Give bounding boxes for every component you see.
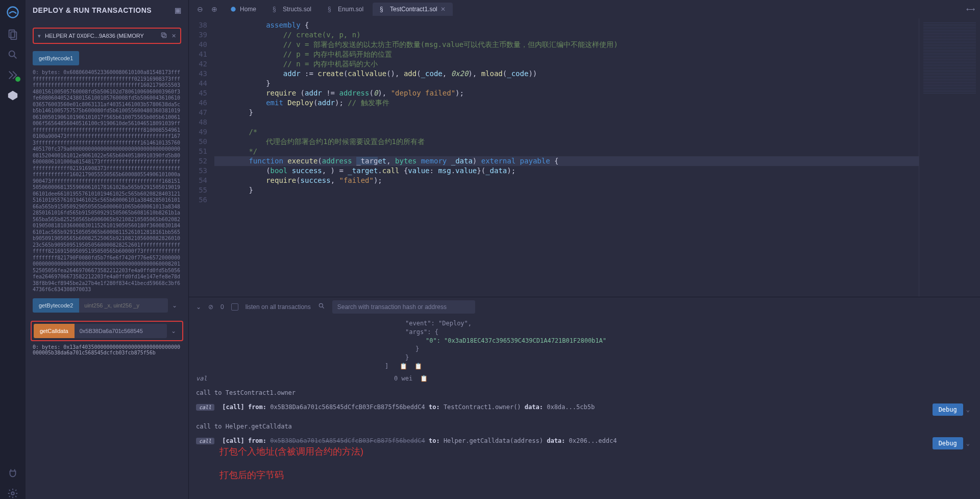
search-icon[interactable] <box>318 302 325 311</box>
terminal-search-input[interactable]: Search with transaction hash or address <box>332 300 475 314</box>
chevron-down-icon[interactable]: ⌄ <box>168 302 181 309</box>
clear-icon[interactable]: ⊘ <box>208 303 213 311</box>
svg-rect-2 <box>11 32 16 39</box>
deploy-panel: DEPLOY & RUN TRANSACTIONS ▣ ▾ HELPER AT … <box>26 0 189 499</box>
file-explorer-icon[interactable] <box>7 29 18 40</box>
expand-icon[interactable]: ⟷ <box>966 6 975 13</box>
line-gutter: 38394041424344454647484950515253545556 <box>189 18 214 297</box>
terminal-output[interactable]: "event": "Deploy", "args": { "0": "0x3aD… <box>189 316 980 499</box>
solidity-icon: § <box>273 6 280 13</box>
chevron-down-icon[interactable]: ▾ <box>38 33 41 39</box>
tab-bar: ⊖ ⊕ Home §Structs.sol §Enum.sol §TestCon… <box>189 0 980 18</box>
panel-title: DEPLOY & RUN TRANSACTIONS ▣ <box>26 0 188 20</box>
main-area: ⊖ ⊕ Home §Structs.sol §Enum.sol §TestCon… <box>189 0 980 499</box>
getcalldata-output: 0: bytes: 0x13af403500000000000000000000… <box>33 344 181 355</box>
deploy-icon[interactable] <box>7 90 18 101</box>
getbytecode1-output: 0: bytes: 0x608060405233600080610100a815… <box>33 69 181 293</box>
getcalldata-row: getCalldata ⌄ <box>34 324 180 338</box>
settings-icon[interactable] <box>7 488 18 499</box>
plugin-icon[interactable] <box>7 467 18 479</box>
svg-rect-6 <box>163 34 166 38</box>
call-line-1[interactable]: ⌄ Debug call [call] from: 0x5B38Da6a701c… <box>196 403 973 416</box>
code-content[interactable]: assembly { // create(v, p, n) // v = 部署合… <box>214 18 919 297</box>
getcalldata-input[interactable] <box>75 324 167 338</box>
minimap[interactable] <box>919 18 980 297</box>
search-icon[interactable] <box>7 49 18 60</box>
compiler-icon[interactable] <box>7 69 18 81</box>
svg-point-5 <box>11 492 14 495</box>
getbytecode1-button[interactable]: getBytecode1 <box>33 51 79 65</box>
svg-line-10 <box>323 307 324 308</box>
chevron-down-icon[interactable]: ⌄ <box>963 437 973 449</box>
chevron-down-icon[interactable]: ⌄ <box>167 327 180 335</box>
svg-line-4 <box>14 56 17 59</box>
zoom-in-icon[interactable]: ⊕ <box>208 5 220 13</box>
tab-testcontract1[interactable]: §TestContract1.sol✕ <box>373 3 453 16</box>
svg-rect-1 <box>9 30 15 38</box>
close-icon[interactable]: ✕ <box>172 33 176 39</box>
getbytecode2-input[interactable] <box>79 298 168 313</box>
getbytecode2-row: getBytecode2 ⌄ <box>33 298 181 313</box>
svg-point-8 <box>231 7 235 11</box>
pending-count: 0 <box>220 303 224 311</box>
val-row: val 0 wei 📋 <box>196 375 973 382</box>
solidity-icon: § <box>328 6 335 13</box>
contract-address-label: HELPER AT 0X0FC...9A836 (MEMORY <box>45 33 156 39</box>
getcalldata-button[interactable]: getCalldata <box>34 324 75 338</box>
deployed-contract-row[interactable]: ▾ HELPER AT 0X0FC...9A836 (MEMORY ✕ <box>33 28 181 44</box>
panel-menu-icon[interactable]: ▣ <box>175 6 182 14</box>
activity-bar <box>0 0 26 499</box>
svg-point-3 <box>9 51 15 57</box>
solidity-icon: § <box>380 6 387 13</box>
tab-structs[interactable]: §Structs.sol <box>265 3 318 16</box>
zoom-out-icon[interactable]: ⊖ <box>194 5 206 13</box>
tab-enum[interactable]: §Enum.sol <box>321 3 371 16</box>
tab-home[interactable]: Home <box>223 3 263 16</box>
terminal-toolbar: ⌄ ⊘ 0 listen on all transactions Search … <box>189 297 980 316</box>
call-line-2[interactable]: ⌄ Debug call [call] from: 0x5B38Da6a701c… <box>196 437 973 449</box>
getbytecode2-button[interactable]: getBytecode2 <box>33 298 79 313</box>
chevron-down-icon[interactable]: ⌄ <box>963 403 973 416</box>
debug-button[interactable]: Debug <box>933 437 963 449</box>
chevron-icon[interactable]: ⌄ <box>196 303 201 311</box>
call-helper-label: call to Helper.getCalldata <box>196 423 973 430</box>
svg-point-9 <box>319 303 323 307</box>
listen-label: listen on all transactions <box>246 303 311 311</box>
close-tab-icon[interactable]: ✕ <box>440 6 446 13</box>
copy-icon[interactable] <box>160 32 167 40</box>
call-owner-label: call to TestContract1.owner <box>196 389 973 396</box>
home-icon <box>230 6 237 13</box>
svg-rect-7 <box>161 33 165 36</box>
listen-checkbox[interactable] <box>231 303 238 311</box>
code-editor[interactable]: 38394041424344454647484950515253545556 a… <box>189 18 980 297</box>
remix-logo-icon[interactable] <box>6 5 20 19</box>
debug-button[interactable]: Debug <box>933 403 963 416</box>
